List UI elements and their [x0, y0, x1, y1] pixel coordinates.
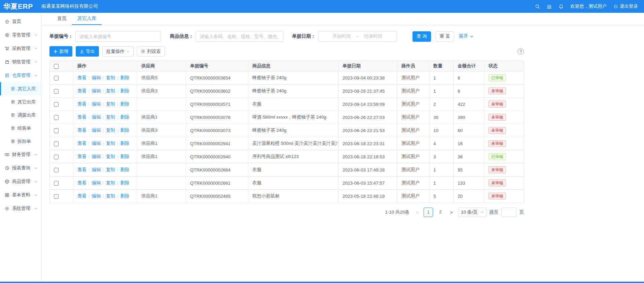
op-edit-link[interactable]: 编辑	[92, 115, 101, 120]
op-edit-link[interactable]: 编辑	[92, 154, 101, 159]
batch-actions-button[interactable]: 批量操作	[102, 46, 134, 57]
sidebar-item-goods[interactable]: 商品管理	[0, 175, 41, 188]
op-edit-link[interactable]: 编辑	[92, 141, 101, 146]
search-icon[interactable]	[535, 4, 540, 9]
sidebar-subitem-disassemble[interactable]: 拆卸单	[0, 135, 41, 148]
op-copy-link[interactable]: 复制	[106, 101, 115, 106]
date-range-separator: ~	[356, 34, 359, 39]
date-range-input[interactable]: 开始时间 ~ 结束时间	[318, 31, 397, 42]
op-copy-link[interactable]: 复制	[106, 128, 115, 133]
expand-link[interactable]: 展开	[459, 33, 473, 39]
sidebar-item-purchase[interactable]: 采购管理	[0, 42, 41, 55]
sidebar-item-system[interactable]: 系统管理	[0, 202, 41, 215]
op-delete-link[interactable]: 删除	[120, 154, 130, 159]
op-edit-link[interactable]: 编辑	[92, 128, 101, 133]
header-qty: 数量	[429, 61, 454, 71]
op-view-link[interactable]: 查看	[77, 128, 86, 133]
sidebar-subitem-other-in[interactable]: 其它入库	[0, 82, 41, 95]
search-button[interactable]: 查 询	[413, 31, 431, 42]
add-button[interactable]: 新增	[49, 46, 72, 57]
export-button[interactable]: 导出	[76, 46, 99, 57]
row-checkbox[interactable]	[54, 89, 59, 94]
sidebar-item-report[interactable]: 报表查询	[0, 161, 41, 175]
column-settings-button[interactable]: 列设置	[137, 46, 165, 57]
sidebar-item-basic[interactable]: 基本资料	[0, 188, 41, 202]
plus-icon	[53, 50, 58, 54]
sidebar-subitem-assemble[interactable]: 组装单	[0, 122, 41, 135]
row-checkbox[interactable]	[54, 194, 59, 199]
material-input[interactable]	[196, 31, 283, 42]
cell-operator: 测试用户	[397, 190, 429, 203]
sidebar-subitem-transfer-out[interactable]: 调拨出库	[0, 108, 41, 122]
op-edit-link[interactable]: 编辑	[92, 88, 101, 93]
logout-button[interactable]: 退出登录	[613, 3, 638, 9]
op-delete-link[interactable]: 删除	[120, 128, 130, 133]
sidebar-item-retail[interactable]: 零售管理	[0, 28, 41, 42]
op-delete-link[interactable]: 删除	[120, 115, 130, 120]
op-edit-link[interactable]: 编辑	[92, 101, 101, 106]
op-edit-link[interactable]: 编辑	[92, 167, 101, 172]
bell-icon[interactable]	[559, 4, 564, 9]
row-checkbox[interactable]	[54, 128, 59, 133]
chevron-down-icon	[34, 180, 37, 183]
op-copy-link[interactable]: 复制	[106, 75, 115, 80]
sidebar-item-sales[interactable]: 销售管理	[0, 55, 41, 69]
jump-page-input[interactable]	[501, 208, 517, 217]
op-delete-link[interactable]: 删除	[120, 180, 130, 185]
op-edit-link[interactable]: 编辑	[92, 193, 101, 198]
pagination-page-1[interactable]: 1	[424, 208, 433, 217]
row-checkbox[interactable]	[54, 155, 59, 159]
op-copy-link[interactable]: 复制	[106, 154, 115, 159]
op-view-link[interactable]: 查看	[77, 180, 86, 185]
cell-date: 2023-06-26 22:21:53	[338, 124, 397, 137]
row-checkbox[interactable]	[54, 115, 59, 120]
op-copy-link[interactable]: 复制	[106, 115, 115, 120]
help-icon[interactable]: ?	[517, 48, 524, 55]
row-checkbox[interactable]	[54, 181, 59, 186]
op-edit-link[interactable]: 编辑	[92, 75, 101, 80]
op-delete-link[interactable]: 删除	[120, 193, 130, 198]
select-all-checkbox[interactable]	[54, 64, 59, 69]
op-delete-link[interactable]: 删除	[120, 88, 130, 93]
page-size-value: 10 条/页	[461, 209, 478, 215]
row-checkbox[interactable]	[54, 76, 59, 81]
op-delete-link[interactable]: 删除	[120, 167, 130, 172]
op-view-link[interactable]: 查看	[77, 193, 86, 198]
op-view-link[interactable]: 查看	[77, 88, 86, 93]
cell-total: 16	[454, 137, 485, 150]
cell-bill-no: QTRK00000002941	[186, 137, 248, 150]
row-checkbox[interactable]	[54, 102, 59, 107]
sidebar-item-warehouse[interactable]: 仓库管理	[0, 69, 41, 82]
cell-operations: 查看|编辑|复制|删除	[73, 71, 137, 85]
sidebar-item-finance[interactable]: 财务管理	[0, 148, 41, 161]
row-checkbox[interactable]	[54, 168, 59, 172]
sidebar-subitem-other-out[interactable]: 其它出库	[0, 95, 41, 108]
op-view-link[interactable]: 查看	[77, 154, 86, 159]
op-edit-link[interactable]: 编辑	[92, 180, 101, 185]
op-view-link[interactable]: 查看	[77, 141, 86, 146]
row-checkbox[interactable]	[54, 142, 59, 146]
tab-home[interactable]: 首页	[52, 13, 72, 25]
pagination-prev[interactable]: <	[414, 210, 421, 215]
op-separator: |	[88, 101, 90, 106]
op-copy-link[interactable]: 复制	[106, 167, 115, 172]
bill-no-input[interactable]	[75, 31, 161, 42]
sidebar-item-home[interactable]: 首页	[0, 15, 41, 28]
op-delete-link[interactable]: 删除	[120, 141, 130, 146]
reset-button[interactable]: 重 置	[436, 31, 454, 42]
op-view-link[interactable]: 查看	[77, 115, 86, 120]
op-copy-link[interactable]: 复制	[106, 193, 115, 198]
op-delete-link[interactable]: 删除	[120, 75, 130, 80]
op-view-link[interactable]: 查看	[77, 101, 86, 106]
pagination-next[interactable]: >	[448, 210, 455, 215]
op-copy-link[interactable]: 复制	[106, 141, 115, 146]
op-copy-link[interactable]: 复制	[106, 180, 115, 185]
pagination-page-2[interactable]: 2	[436, 208, 445, 217]
op-view-link[interactable]: 查看	[77, 167, 86, 172]
page-size-select[interactable]: 10 条/页	[458, 208, 487, 217]
organization-icon[interactable]	[547, 4, 552, 9]
op-copy-link[interactable]: 复制	[106, 88, 115, 93]
op-delete-link[interactable]: 删除	[120, 101, 130, 106]
op-view-link[interactable]: 查看	[77, 75, 86, 80]
tab-other-inbound[interactable]: 其它入库	[72, 13, 102, 25]
